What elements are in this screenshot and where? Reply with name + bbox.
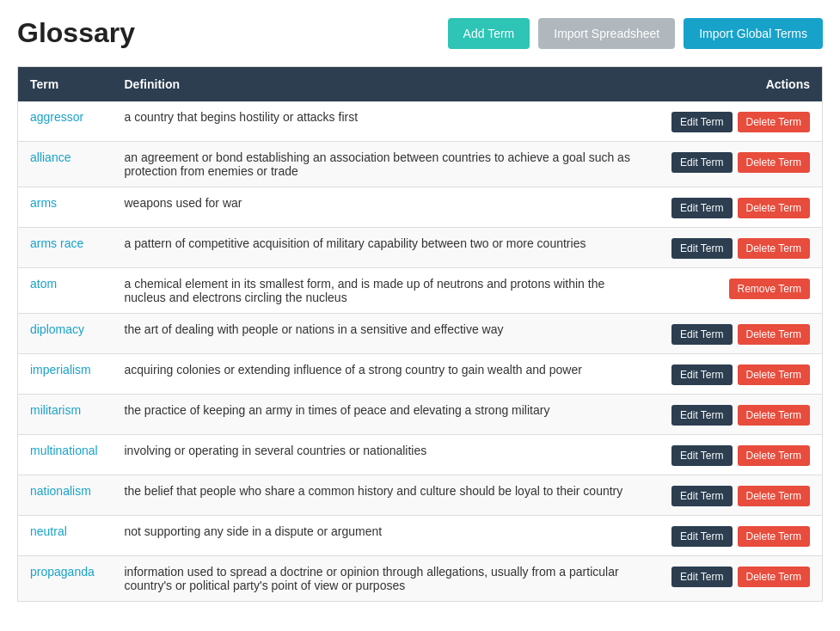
glossary-table: Term Definition Actions aggressora count… xyxy=(17,66,823,602)
edit-term-button[interactable]: Edit Term xyxy=(671,152,732,173)
definition-cell: weapons used for war xyxy=(113,187,651,228)
actions-cell: Edit TermDelete Term xyxy=(651,475,823,516)
page-title: Glossary xyxy=(17,17,135,49)
col-header-term: Term xyxy=(18,67,113,102)
table-row: alliancean agreement or bond establishin… xyxy=(18,142,823,187)
term-link[interactable]: arms xyxy=(30,196,57,210)
definition-cell: the art of dealing with people or nation… xyxy=(113,314,651,354)
definition-cell: the belief that people who share a commo… xyxy=(113,475,651,516)
actions-cell: Edit TermDelete Term xyxy=(651,435,823,475)
definition-cell: a chemical element in its smallest form,… xyxy=(113,268,651,314)
import-spreadsheet-button[interactable]: Import Spreadsheet xyxy=(538,18,675,49)
term-link[interactable]: propaganda xyxy=(30,565,95,579)
term-link[interactable]: atom xyxy=(30,277,57,291)
table-row: armsweapons used for warEdit TermDelete … xyxy=(18,187,823,228)
actions-cell: Edit TermDelete Term xyxy=(651,395,823,435)
edit-term-button[interactable]: Edit Term xyxy=(671,526,732,547)
delete-term-button[interactable]: Delete Term xyxy=(738,486,810,506)
term-link[interactable]: nationalism xyxy=(30,484,91,498)
delete-term-button[interactable]: Delete Term xyxy=(738,238,810,259)
delete-term-button[interactable]: Delete Term xyxy=(738,567,810,587)
actions-cell: Edit TermDelete Term xyxy=(651,187,823,228)
col-header-actions: Actions xyxy=(651,67,823,102)
delete-term-button[interactable]: Delete Term xyxy=(738,152,810,173)
actions-cell: Edit TermDelete Term xyxy=(651,101,823,142)
actions-cell: Edit TermDelete Term xyxy=(651,314,823,354)
term-link[interactable]: diplomacy xyxy=(30,322,84,336)
definition-cell: an agreement or bond establishing an ass… xyxy=(113,142,651,187)
actions-cell: Edit TermDelete Term xyxy=(651,516,823,556)
term-link[interactable]: multinational xyxy=(30,444,98,457)
term-link[interactable]: aggressor xyxy=(30,110,83,124)
definition-cell: a country that begins hostility or attac… xyxy=(113,101,651,142)
edit-term-button[interactable]: Edit Term xyxy=(671,445,732,466)
table-row: atoma chemical element in its smallest f… xyxy=(18,268,823,314)
edit-term-button[interactable]: Edit Term xyxy=(671,112,732,132)
delete-term-button[interactable]: Delete Term xyxy=(738,324,810,345)
delete-term-button[interactable]: Delete Term xyxy=(738,445,810,466)
term-link[interactable]: militarism xyxy=(30,403,81,417)
table-row: arms racea pattern of competitive acquis… xyxy=(18,228,823,268)
definition-cell: not supporting any side in a dispute or … xyxy=(113,516,651,556)
actions-cell: Edit TermDelete Term xyxy=(651,556,823,602)
edit-term-button[interactable]: Edit Term xyxy=(671,238,732,259)
actions-cell: Edit TermDelete Term xyxy=(651,354,823,395)
term-link[interactable]: imperialism xyxy=(30,363,91,377)
delete-term-button[interactable]: Delete Term xyxy=(738,112,810,132)
col-header-definition: Definition xyxy=(113,67,651,102)
delete-term-button[interactable]: Delete Term xyxy=(738,365,810,385)
table-row: militarismthe practice of keeping an arm… xyxy=(18,395,823,435)
actions-cell: Edit TermDelete Term xyxy=(651,142,823,187)
header-buttons: Add Term Import Spreadsheet Import Globa… xyxy=(448,18,823,49)
table-row: aggressora country that begins hostility… xyxy=(18,101,823,142)
actions-cell: Edit TermDelete Term xyxy=(651,228,823,268)
table-header-row: Term Definition Actions xyxy=(18,67,823,102)
delete-term-button[interactable]: Delete Term xyxy=(738,526,810,547)
edit-term-button[interactable]: Edit Term xyxy=(671,486,732,506)
table-row: imperialismacquiring colonies or extendi… xyxy=(18,354,823,395)
add-term-button[interactable]: Add Term xyxy=(448,18,530,49)
term-link[interactable]: arms race xyxy=(30,236,83,250)
edit-term-button[interactable]: Edit Term xyxy=(671,324,732,345)
table-row: diplomacythe art of dealing with people … xyxy=(18,314,823,354)
term-link[interactable]: alliance xyxy=(30,150,71,164)
edit-term-button[interactable]: Edit Term xyxy=(671,198,732,218)
remove-term-button[interactable]: Remove Term xyxy=(729,279,810,299)
definition-cell: involving or operating in several countr… xyxy=(113,435,651,475)
table-row: multinationalinvolving or operating in s… xyxy=(18,435,823,475)
table-row: neutralnot supporting any side in a disp… xyxy=(18,516,823,556)
delete-term-button[interactable]: Delete Term xyxy=(738,405,810,426)
edit-term-button[interactable]: Edit Term xyxy=(671,567,732,587)
definition-cell: a pattern of competitive acquisition of … xyxy=(113,228,651,268)
table-row: propagandainformation used to spread a d… xyxy=(18,556,823,602)
page-header: Glossary Add Term Import Spreadsheet Imp… xyxy=(17,17,823,49)
table-row: nationalismthe belief that people who sh… xyxy=(18,475,823,516)
delete-term-button[interactable]: Delete Term xyxy=(738,198,810,218)
actions-cell: Remove Term xyxy=(651,268,823,314)
edit-term-button[interactable]: Edit Term xyxy=(671,365,732,385)
definition-cell: information used to spread a doctrine or… xyxy=(113,556,651,602)
definition-cell: acquiring colonies or extending influenc… xyxy=(113,354,651,395)
definition-cell: the practice of keeping an army in times… xyxy=(113,395,651,435)
term-link[interactable]: neutral xyxy=(30,524,67,538)
import-global-button[interactable]: Import Global Terms xyxy=(684,18,823,49)
edit-term-button[interactable]: Edit Term xyxy=(671,405,732,426)
